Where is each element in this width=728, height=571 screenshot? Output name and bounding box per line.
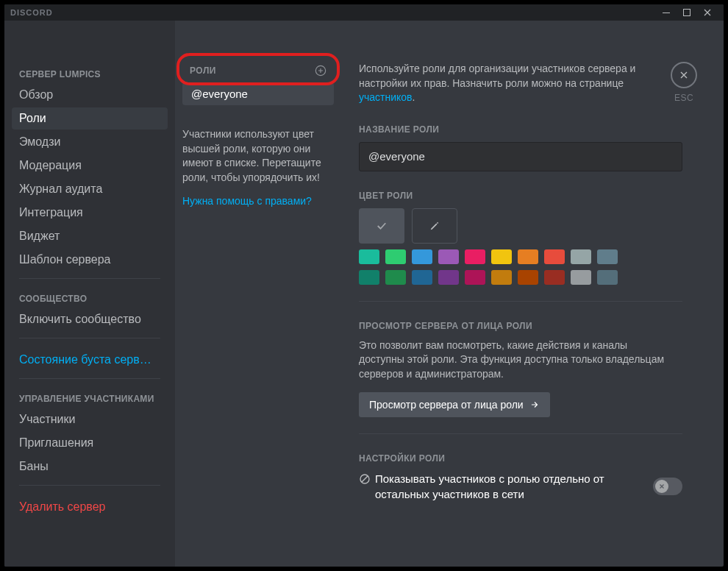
esc-label: ESC [674, 93, 693, 103]
sidebar-item-boost-status[interactable]: Состояние буста серв… [12, 349, 168, 371]
roles-help-text: Участники используют цвет высшей роли, к… [182, 127, 334, 185]
role-settings-label: НАСТРОЙКИ РОЛИ [359, 453, 709, 464]
sidebar-item-enable-community[interactable]: Включить сообщество [12, 308, 168, 330]
sidebar-item-overview[interactable]: Обзор [12, 84, 168, 106]
sidebar-item-integrations[interactable]: Интеграция [12, 202, 168, 224]
color-swatch[interactable] [359, 249, 379, 264]
color-swatch[interactable] [438, 249, 459, 264]
sidebar-item-widget[interactable]: Виджет [12, 225, 168, 247]
color-swatch[interactable] [491, 270, 512, 285]
color-swatch[interactable] [412, 249, 432, 264]
sidebar-separator [19, 278, 160, 279]
sidebar-header-user-mgmt: УПРАВЛЕНИЕ УЧАСТНИКАМИ [12, 389, 168, 408]
color-swatch[interactable] [438, 270, 459, 285]
window-maximize-button[interactable] [677, 4, 697, 21]
color-swatch-grid [359, 249, 618, 285]
color-swatch[interactable] [491, 249, 512, 264]
view-as-role-desc: Это позволит вам посмотреть, какие дейст… [359, 338, 675, 382]
role-name-input[interactable] [359, 142, 682, 171]
color-swatch[interactable] [597, 249, 618, 264]
divider [359, 433, 682, 434]
app-title: DISCORD [10, 8, 53, 17]
sidebar-item-members[interactable]: Участники [12, 408, 168, 430]
titlebar: DISCORD [4, 4, 724, 21]
sidebar-separator [19, 378, 160, 379]
sidebar-item-invites[interactable]: Приглашения [12, 432, 168, 454]
svg-rect-0 [663, 13, 670, 13]
color-swatch[interactable] [412, 270, 432, 285]
sidebar-item-template[interactable]: Шаблон сервера [12, 249, 168, 271]
display-separately-label: Показывать участников с ролью отдельно о… [359, 471, 624, 503]
close-settings-button[interactable]: ESC [671, 62, 697, 103]
sidebar-separator [19, 338, 160, 338]
sidebar-separator [19, 485, 160, 486]
members-link[interactable]: участников [359, 91, 413, 103]
window-minimize-button[interactable] [656, 4, 677, 21]
view-as-role-button[interactable]: Просмотр сервера от лица роли [359, 392, 550, 417]
color-swatch[interactable] [385, 249, 406, 264]
color-swatch[interactable] [544, 249, 565, 264]
role-list-item-everyone[interactable]: @everyone [182, 82, 334, 105]
display-separately-toggle[interactable] [653, 478, 682, 495]
add-role-button[interactable] [315, 65, 326, 77]
color-swatch[interactable] [359, 270, 379, 285]
sidebar-header-community: СООБЩЕСТВО [12, 289, 168, 308]
disallowed-icon [359, 473, 371, 485]
view-as-role-label: ПРОСМОТР СЕРВЕРА ОТ ЛИЦА РОЛИ [359, 321, 709, 331]
color-default-swatch[interactable] [359, 208, 404, 244]
roles-list-title: РОЛИ [190, 65, 216, 76]
window-close-button[interactable] [697, 4, 718, 21]
sidebar-item-audit-log[interactable]: Журнал аудита [12, 178, 168, 200]
sidebar-item-delete-server[interactable]: Удалить сервер [12, 496, 168, 518]
sidebar-item-roles[interactable]: Роли [12, 107, 168, 130]
permissions-help-link[interactable]: Нужна помощь с правами? [182, 195, 312, 207]
roles-list-column: РОЛИ @everyone Участники используют цвет… [175, 21, 346, 567]
color-picker-button[interactable] [412, 208, 457, 244]
sidebar-item-bans[interactable]: Баны [12, 455, 168, 478]
sidebar-item-emoji[interactable]: Эмодзи [12, 131, 168, 153]
color-swatch[interactable] [571, 270, 591, 285]
color-swatch[interactable] [465, 249, 485, 264]
role-name-label: НАЗВАНИЕ РОЛИ [359, 124, 709, 135]
color-swatch[interactable] [518, 249, 538, 264]
color-swatch[interactable] [544, 270, 565, 285]
divider [359, 301, 682, 302]
sidebar-header-server: СЕРВЕР LUMPICS [12, 65, 168, 84]
color-swatch[interactable] [571, 249, 591, 264]
roles-description: Используйте роли для организации участни… [359, 62, 682, 105]
color-swatch[interactable] [518, 270, 538, 285]
close-icon [671, 62, 697, 88]
svg-rect-1 [684, 10, 690, 16]
color-swatch[interactable] [465, 270, 485, 285]
color-swatch[interactable] [597, 270, 618, 285]
color-swatch[interactable] [385, 270, 406, 285]
sidebar-item-moderation[interactable]: Модерация [12, 155, 168, 177]
settings-sidebar: СЕРВЕР LUMPICS Обзор Роли Эмодзи Модерац… [4, 21, 175, 567]
role-color-label: ЦВЕТ РОЛИ [359, 191, 709, 201]
role-detail-column: Используйте роли для организации участни… [346, 21, 724, 567]
